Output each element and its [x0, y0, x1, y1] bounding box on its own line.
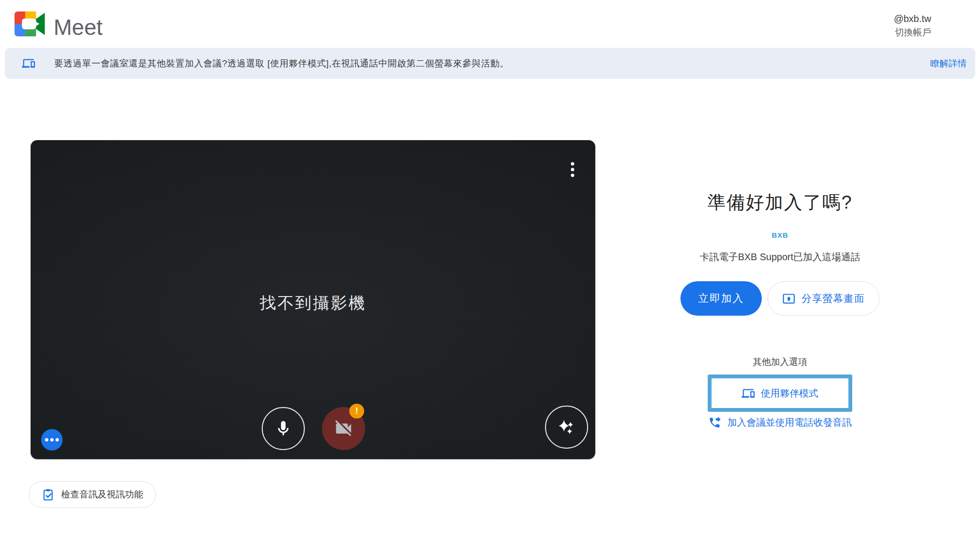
switch-account-link[interactable]: 切換帳戶 [894, 26, 931, 39]
other-join-options-label: 其他加入選項 [636, 356, 924, 368]
participant-status: 卡訊電子BXB Support已加入這場通話 [636, 251, 924, 264]
present-label: 分享螢幕畫面 [802, 292, 865, 305]
more-options-menu-icon[interactable] [563, 158, 582, 180]
phone-audio-icon [708, 416, 721, 429]
check-av-button[interactable]: 檢查音訊及視訊功能 [29, 481, 156, 508]
present-button[interactable]: 分享螢幕畫面 [768, 281, 880, 316]
microphone-button[interactable] [262, 407, 305, 450]
banner-text: 要透過單一會議室還是其他裝置加入會議?透過選取 [使用夥伴模式],在視訊通話中開… [54, 57, 509, 70]
phone-audio-label: 加入會議並使用電話收發音訊 [727, 416, 852, 429]
companion-mode-label: 使用夥伴模式 [761, 387, 818, 400]
more-video-options-button[interactable] [41, 429, 63, 451]
join-now-button[interactable]: 立即加入 [680, 281, 762, 316]
phone-audio-link[interactable]: 加入會議並使用電話收發音訊 [636, 416, 924, 429]
devices-icon [742, 387, 755, 400]
ready-to-join-title: 準備好加入了嗎? [636, 190, 924, 215]
meet-logo-icon [14, 11, 45, 36]
meet-greenroom-page: Meet @bxb.tw 切換帳戶 要透過單一會議室還是其他裝置加入會議?透過選… [0, 0, 980, 551]
no-camera-message: 找不到攝影機 [31, 292, 595, 314]
sparkle-icon [556, 417, 577, 438]
microphone-icon [274, 419, 292, 438]
app-title: Meet [54, 14, 102, 40]
participant-avatar: BXB [636, 231, 924, 239]
learn-more-link[interactable]: 瞭解詳情 [930, 57, 967, 70]
camera-off-icon [334, 419, 354, 439]
video-preview: 找不到攝影機 ! [31, 140, 595, 459]
join-panel: 準備好加入了嗎? BXB 卡訊電子BXB Support已加入這場通話 立即加入… [636, 190, 924, 458]
join-actions-row: 立即加入 分享螢幕畫面 [636, 281, 924, 316]
present-to-screen-icon [782, 292, 795, 305]
clipboard-check-icon [42, 488, 55, 501]
devices-icon [22, 57, 35, 70]
effects-button[interactable] [545, 406, 588, 449]
camera-warning-badge: ! [349, 404, 364, 419]
account-switcher[interactable]: @bxb.tw 切換帳戶 [894, 12, 931, 39]
check-av-label: 檢查音訊及視訊功能 [61, 488, 143, 501]
companion-mode-banner: 要透過單一會議室還是其他裝置加入會議?透過選取 [使用夥伴模式],在視訊通話中開… [5, 48, 975, 79]
account-domain: @bxb.tw [894, 12, 931, 25]
companion-mode-button[interactable]: 使用夥伴模式 [708, 375, 852, 412]
companion-mode-wrap: 使用夥伴模式 [636, 375, 924, 412]
